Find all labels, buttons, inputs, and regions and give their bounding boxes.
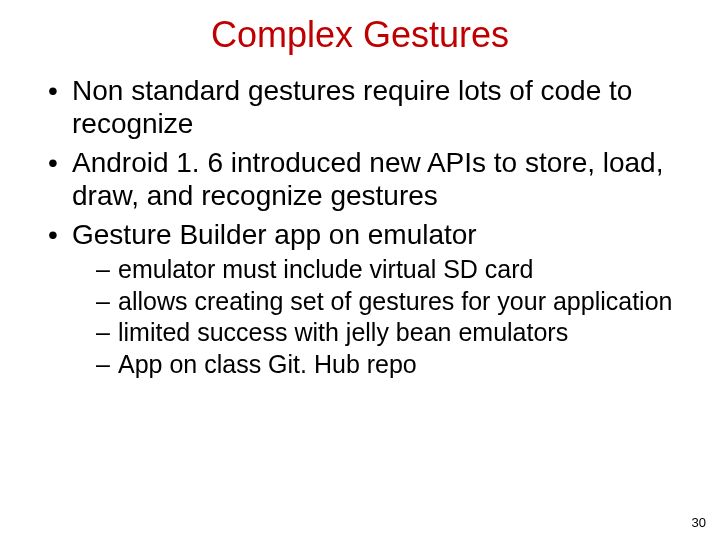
slide: Complex Gestures Non standard gestures r…	[0, 0, 720, 540]
list-item: limited success with jelly bean emulator…	[100, 318, 686, 348]
bullet-text: App on class Git. Hub repo	[118, 350, 417, 378]
bullet-text: Android 1. 6 introduced new APIs to stor…	[72, 147, 663, 211]
bullet-text: allows creating set of gestures for your…	[118, 287, 672, 315]
page-number: 30	[692, 515, 706, 530]
list-item: App on class Git. Hub repo	[100, 350, 686, 380]
bullet-text: limited success with jelly bean emulator…	[118, 318, 568, 346]
sub-bullet-list: emulator must include virtual SD card al…	[72, 255, 686, 379]
list-item: Android 1. 6 introduced new APIs to stor…	[54, 146, 686, 212]
list-item: emulator must include virtual SD card	[100, 255, 686, 285]
list-item: Non standard gestures require lots of co…	[54, 74, 686, 140]
list-item: Gesture Builder app on emulator emulator…	[54, 218, 686, 379]
bullet-text: emulator must include virtual SD card	[118, 255, 533, 283]
bullet-list: Non standard gestures require lots of co…	[34, 74, 686, 379]
slide-title: Complex Gestures	[34, 14, 686, 56]
bullet-text: Non standard gestures require lots of co…	[72, 75, 632, 139]
list-item: allows creating set of gestures for your…	[100, 287, 686, 317]
bullet-text: Gesture Builder app on emulator	[72, 219, 477, 250]
